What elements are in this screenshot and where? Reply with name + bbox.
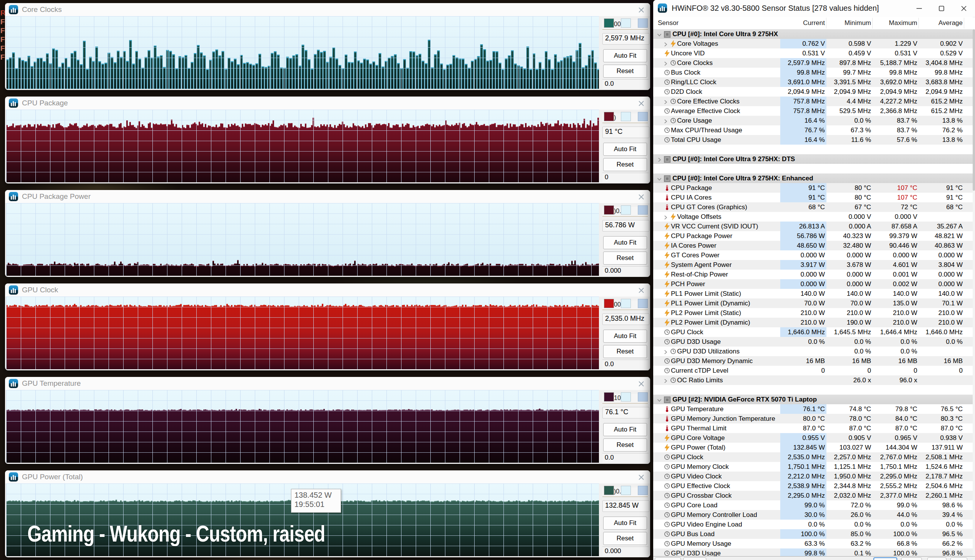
toolbar-button[interactable] — [683, 557, 706, 560]
sensor-row[interactable]: GPU D3D Memory Dynamic16 MB16 MB16 MB16 … — [653, 356, 973, 366]
sensor-row[interactable]: System Agent Power3.917 W3.678 W4.601 W3… — [653, 260, 973, 270]
toolbar-button[interactable] — [655, 557, 681, 560]
background-color-swatch[interactable] — [621, 299, 631, 308]
sensor-row[interactable]: CPU IA Cores91 °C80 °C107 °C91 °C — [653, 193, 973, 202]
column-sensor[interactable]: Sensor — [658, 19, 679, 27]
sensor-row[interactable]: PL2 Power Limit (Static)210.0 W210.0 W21… — [653, 308, 973, 318]
table-header[interactable]: Sensor Current Minimum Maximum Average — [653, 17, 973, 30]
reset-button[interactable]: Reset — [603, 345, 647, 358]
sensor-row[interactable]: GPU Bus Load100.0 %85.0 %100.0 %96.5 % — [653, 529, 973, 539]
sensor-row[interactable]: GPU Video Clock2,212.0 MHz1,950.0 MHz2,2… — [653, 472, 973, 481]
sensor-row[interactable]: GPU Memory Usage63.3 %63.2 %66.8 %66.2 % — [653, 539, 973, 548]
chevron-down-icon[interactable] — [656, 397, 662, 403]
background-color-swatch[interactable] — [621, 112, 631, 121]
sensor-row[interactable]: Current cTDP Level0000 — [653, 366, 973, 375]
sensor-row[interactable]: Core Clocks2,597.9 MHz897.8 MHz5,188.7 M… — [653, 58, 973, 68]
section-row[interactable]: CPU [#0]: Intel Core Ultra 9 275HX: DTS — [653, 154, 973, 164]
sensor-row[interactable]: GPU Effective Clock2,538.9 MHz2,344.8 MH… — [653, 481, 973, 491]
sensor-row[interactable]: Uncore VID0.531 V0.459 V0.531 V0.529 V — [653, 48, 973, 58]
sensor-row[interactable]: GPU Memory Controller Load30.0 %26.0 %44… — [653, 510, 973, 520]
graph-plot-cpu-package[interactable] — [6, 110, 599, 182]
reset-button[interactable]: Reset — [603, 532, 647, 545]
toolbar-button[interactable] — [927, 557, 947, 560]
sensor-row[interactable]: IA Cores Power48.650 W32.480 W90.446 W40… — [653, 241, 973, 250]
series-color-swatch[interactable] — [604, 486, 614, 495]
sensor-row[interactable]: OC Ratio Limits26.0 x96.0 x — [653, 375, 973, 385]
series-color-swatch[interactable] — [604, 205, 614, 215]
series-color-swatch[interactable] — [604, 18, 614, 28]
sensor-row[interactable]: Ring/LLC Clock3,691.0 MHz3,391.5 MHz3,69… — [653, 77, 973, 87]
chevron-right-icon[interactable] — [662, 99, 669, 105]
sensor-row[interactable]: PCH Power0.000 W0.000 W0.002 W0.000 W — [653, 279, 973, 289]
chevron-right-icon[interactable] — [662, 41, 669, 48]
sensor-row[interactable]: Core Voltages0.762 V0.598 V1.229 V0.902 … — [653, 39, 973, 48]
section-row[interactable]: CPU [#0]: Intel Core Ultra 9 275HX: Enha… — [653, 173, 973, 183]
chevron-down-icon[interactable] — [656, 32, 662, 38]
graph-plot-core-clocks[interactable] — [6, 16, 599, 89]
grid-color-swatch[interactable] — [638, 18, 648, 28]
grid-color-swatch[interactable] — [638, 486, 648, 495]
background-color-swatch[interactable] — [621, 486, 631, 495]
section-row[interactable]: GPU [#2]: NVIDIA GeForce RTX 5070 Ti Lap… — [653, 395, 973, 404]
auto-fit-button[interactable]: Auto Fit — [603, 330, 647, 343]
auto-fit-button[interactable]: Auto Fit — [603, 236, 647, 249]
chevron-right-icon[interactable] — [662, 349, 669, 355]
sensor-row[interactable]: Core Effective Clocks757.8 MHz4.4 MHz4,2… — [653, 97, 973, 106]
maximize-button[interactable] — [930, 0, 953, 17]
sensor-row[interactable]: GPU Core Load99.0 %72.0 %99.0 %98.6 % — [653, 500, 973, 510]
reset-button[interactable]: Reset — [603, 158, 647, 171]
table-scrollbar[interactable] — [973, 29, 975, 556]
sensor-row[interactable]: CPU Package91 °C80 °C107 °C91 °C — [653, 183, 973, 193]
sensor-row[interactable]: Rest-of-Chip Power0.000 W0.000 W0.001 W0… — [653, 270, 973, 279]
auto-fit-button[interactable]: Auto Fit — [603, 423, 647, 436]
minimize-button[interactable] — [908, 0, 930, 17]
series-color-swatch[interactable] — [604, 299, 614, 308]
chevron-down-icon[interactable] — [656, 176, 662, 182]
chevron-right-icon[interactable] — [662, 60, 669, 67]
auto-fit-button[interactable]: Auto Fit — [603, 143, 647, 156]
sensor-row[interactable]: Bus Clock99.8 MHz99.7 MHz99.8 MHz99.8 MH… — [653, 68, 973, 77]
sensor-row[interactable]: Voltage Offsets0.000 V0.000 V — [653, 212, 973, 222]
sensor-row[interactable]: GT Cores Power0.000 W0.000 W0.000 W0.000… — [653, 250, 973, 260]
toolbar-button-active[interactable] — [873, 557, 897, 560]
background-color-swatch[interactable] — [621, 18, 631, 28]
sensor-row[interactable]: D2D Clock2,094.9 MHz2,094.9 MHz2,094.9 M… — [653, 87, 973, 97]
column-average[interactable]: Average — [938, 19, 963, 27]
auto-fit-button[interactable]: Auto Fit — [603, 517, 647, 530]
column-current[interactable]: Current — [803, 19, 825, 27]
sensor-row[interactable]: GPU Clock1,646.0 MHz1,645.5 MHz1,646.4 M… — [653, 327, 973, 337]
close-icon[interactable] — [637, 473, 646, 482]
scrollbar-thumb[interactable] — [973, 29, 975, 191]
sensor-row[interactable]: GPU Temperature76.1 °C74.8 °C79.8 °C76.5… — [653, 404, 973, 414]
chevron-right-icon[interactable] — [656, 157, 662, 163]
sensor-row[interactable]: GPU Crossbar Clock2,295.0 MHz2,032.0 MHz… — [653, 491, 973, 500]
section-row[interactable]: CPU [#0]: Intel Core Ultra 9 275HX — [653, 29, 973, 39]
graph-plot-gpu-power-total[interactable]: 138.452 W19:55:01Gaming - Wukong - Custo… — [6, 483, 599, 556]
graph-plot-cpu-package-power[interactable] — [6, 203, 599, 276]
auto-fit-button[interactable]: Auto Fit — [603, 49, 647, 62]
chevron-right-icon[interactable] — [662, 378, 669, 384]
sensor-row[interactable]: GPU D3D Usage0.0 %0.0 %0.0 %0.0 % — [653, 337, 973, 347]
graph-plot-gpu-temperature[interactable] — [6, 390, 599, 463]
sensor-row[interactable]: GPU Memory Junction Temperature80.0 °C78… — [653, 414, 973, 423]
sensor-row[interactable]: GPU Core Voltage0.955 V0.905 V0.965 V0.9… — [653, 433, 973, 443]
sensor-row[interactable]: GPU Video Engine Load0.0 %0.0 %0.0 %0.0 … — [653, 520, 973, 529]
background-color-swatch[interactable] — [621, 205, 631, 215]
column-maximum[interactable]: Maximum — [889, 19, 917, 27]
sensor-row[interactable]: GPU D3D Usage99.8 %0.1 %100.0 %96.8 % — [653, 548, 973, 557]
sensor-row[interactable]: GPU Clock2,535.0 MHz2,257.0 MHz2,767.0 M… — [653, 452, 973, 462]
close-icon[interactable] — [637, 286, 646, 295]
sensor-row[interactable]: GPU Memory Clock1,750.1 MHz1,125.1 MHz1,… — [653, 462, 973, 472]
sensor-row[interactable]: Core Usage16.4 %0.0 %83.7 %13.8 % — [653, 116, 973, 125]
chevron-right-icon[interactable] — [662, 214, 669, 221]
sensor-row[interactable]: PL2 Power Limit (Dynamic)210.0 W190.0 W2… — [653, 318, 973, 327]
sensor-row[interactable]: CPU Package Power56.786 W40.323 W99.379 … — [653, 231, 973, 241]
graph-plot-gpu-clock[interactable] — [6, 297, 599, 369]
grid-color-swatch[interactable] — [638, 112, 648, 121]
reset-button[interactable]: Reset — [603, 438, 647, 452]
sensor-row[interactable]: Total CPU Usage16.4 %11.6 %57.6 %13.8 % — [653, 135, 973, 145]
sensor-row[interactable]: GPU Power (Total)132.845 W103.027 W144.3… — [653, 443, 973, 452]
sensor-row[interactable]: GPU D3D Utilizations0.0 %0.0 % — [653, 347, 973, 356]
sensor-row[interactable]: PL1 Power Limit (Dynamic)70.0 W70.0 W135… — [653, 298, 973, 308]
sensor-row[interactable]: Max CPU/Thread Usage76.7 %67.3 %83.7 %76… — [653, 125, 973, 135]
